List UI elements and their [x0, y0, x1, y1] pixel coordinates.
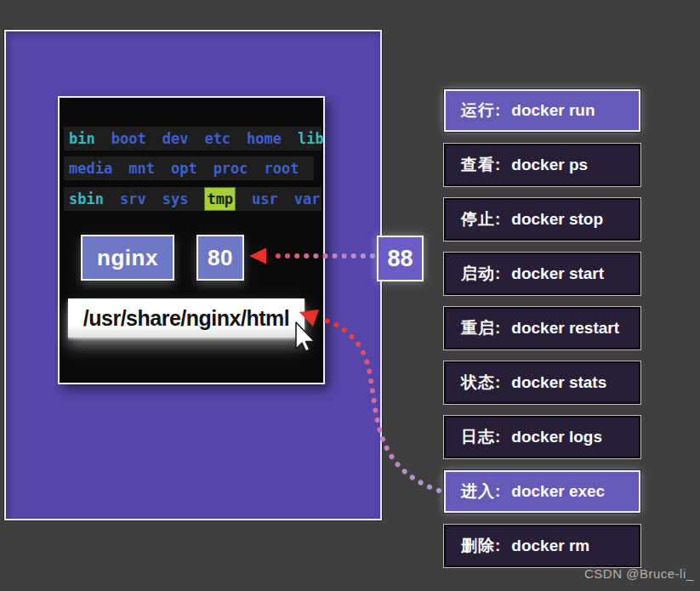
- directory-tmp: tmp: [204, 187, 236, 211]
- command-text: docker stats: [511, 373, 606, 392]
- directory-boot: boot: [111, 127, 146, 151]
- directory-home: home: [247, 127, 282, 151]
- nginx-label: nginx: [97, 245, 158, 271]
- web-root-path-text: /usr/share/nginx/html: [83, 306, 289, 331]
- command-text: docker start: [511, 264, 604, 283]
- directory-bin: bin: [69, 127, 95, 151]
- directory-row: mediamntoptprocroot: [64, 156, 314, 180]
- directory-row: sbinsrvsystmpusrvar: [64, 187, 322, 211]
- command-label: 启动:: [461, 263, 501, 285]
- command-box-rm[interactable]: 删除:docker rm: [444, 525, 640, 567]
- command-text: docker run: [511, 101, 595, 120]
- command-box-ps[interactable]: 查看:docker ps: [444, 144, 640, 186]
- directory-usr: usr: [252, 187, 278, 211]
- directory-dev: dev: [162, 127, 189, 151]
- directory-sbin: sbin: [69, 187, 104, 211]
- command-box-logs[interactable]: 日志:docker logs: [444, 416, 640, 458]
- command-box-restart[interactable]: 重启:docker restart: [444, 307, 640, 349]
- command-text: docker stop: [511, 210, 603, 229]
- command-label: 查看:: [461, 154, 501, 176]
- command-box-run[interactable]: 运行:docker run: [444, 89, 640, 132]
- command-box-exec[interactable]: 进入:docker exec: [444, 470, 640, 513]
- command-label: 日志:: [461, 426, 501, 448]
- command-box-stop[interactable]: 停止:docker stop: [444, 198, 640, 241]
- command-label: 停止:: [461, 208, 501, 230]
- directory-sys: sys: [162, 187, 189, 211]
- directory-media: media: [69, 156, 112, 180]
- command-label: 状态:: [461, 372, 501, 394]
- directory-opt: opt: [171, 156, 197, 180]
- command-text: docker ps: [511, 156, 588, 174]
- directory-root: root: [265, 156, 299, 180]
- directory-row: binbootdevetchomelib: [64, 127, 322, 151]
- host-port-label: 88: [387, 246, 413, 272]
- command-label: 删除:: [461, 535, 501, 557]
- directory-etc: etc: [204, 127, 230, 151]
- container-port-button[interactable]: 80: [196, 235, 244, 281]
- directory-srv: srv: [120, 187, 146, 211]
- directory-proc: proc: [213, 156, 248, 180]
- nginx-container-button[interactable]: nginx: [81, 235, 174, 281]
- web-root-path-field[interactable]: /usr/share/nginx/html: [68, 298, 304, 338]
- command-label: 进入:: [461, 480, 501, 503]
- command-label: 重启:: [461, 317, 501, 339]
- host-port-badge[interactable]: 88: [377, 236, 424, 281]
- directory-mnt: mnt: [128, 156, 155, 180]
- directory-var: var: [294, 187, 321, 211]
- command-text: docker rm: [511, 537, 589, 555]
- command-box-stats[interactable]: 状态:docker stats: [444, 361, 640, 404]
- watermark: CSDN @Bruce-li_ _: [584, 566, 700, 591]
- command-box-start[interactable]: 启动:docker start: [444, 253, 640, 295]
- command-list: 运行:docker run查看:docker ps停止:docker stop启…: [444, 89, 640, 579]
- command-text: docker restart: [511, 319, 619, 338]
- command-text: docker logs: [511, 428, 602, 446]
- container-port-label: 80: [208, 245, 233, 271]
- directory-lib: lib: [298, 127, 324, 151]
- command-text: docker exec: [511, 482, 605, 501]
- command-label: 运行:: [461, 99, 501, 122]
